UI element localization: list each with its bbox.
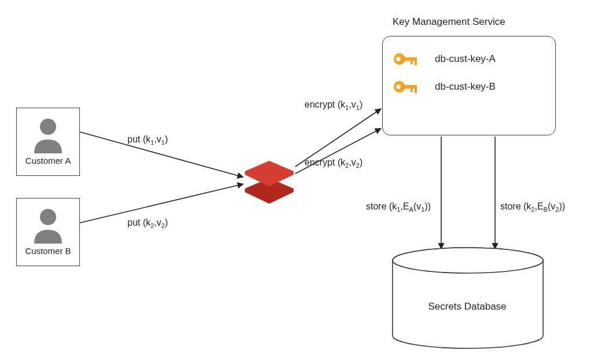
svg-point-7: [396, 57, 400, 61]
key-icon: [393, 50, 420, 68]
svg-marker-5: [245, 161, 294, 186]
person-icon: [31, 204, 65, 244]
kms-box: db-cust-key-A db-cust-key-B: [382, 36, 556, 135]
svg-point-12: [396, 84, 400, 89]
database-cylinder-icon: [389, 247, 547, 351]
customer-a-label: Customer A: [17, 156, 79, 166]
edge-label-put-a: put (k1,v1): [127, 134, 168, 146]
key-icon: [393, 78, 420, 95]
svg-rect-9: [411, 61, 413, 64]
kms-key-row-a: db-cust-key-A: [393, 50, 545, 68]
edge-label-store-a: store (k1,EA(v1)): [366, 201, 431, 213]
secrets-db-label: Secrets Database: [389, 301, 545, 312]
edge-label-put-b: put (k2,v2): [127, 218, 168, 229]
kms-title: Key Management Service: [393, 16, 505, 28]
svg-rect-8: [404, 57, 417, 61]
edge-label-encrypt-b: encrypt (k2,v2): [305, 157, 362, 169]
edge-label-encrypt-a: encrypt (k1,v1): [305, 100, 362, 111]
person-icon: [31, 114, 65, 153]
customer-a-box: Customer A: [16, 108, 80, 176]
svg-rect-14: [411, 89, 413, 92]
diagram-canvas: Customer A Customer B Key Management Ser…: [0, 0, 590, 364]
svg-rect-15: [415, 89, 417, 93]
edge-label-store-b: store (k2,EB(v2)): [500, 201, 565, 213]
databricks-icon: [240, 155, 298, 207]
edge-put-b: [80, 184, 243, 223]
customer-b-box: Customer B: [16, 198, 80, 266]
svg-point-1: [40, 209, 56, 225]
kms-key-b-label: db-cust-key-B: [435, 81, 496, 93]
svg-rect-13: [404, 85, 417, 89]
kms-key-a-label: db-cust-key-A: [435, 53, 496, 65]
customer-b-label: Customer B: [17, 246, 79, 256]
svg-point-17: [393, 248, 543, 273]
kms-key-row-b: db-cust-key-B: [393, 78, 545, 95]
svg-point-0: [40, 119, 56, 135]
svg-rect-10: [415, 61, 417, 65]
